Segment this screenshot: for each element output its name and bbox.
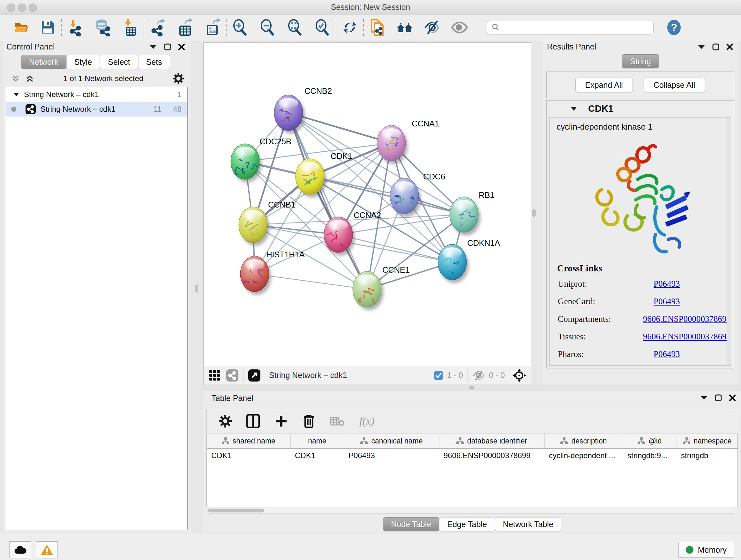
table-hscrollbar[interactable]: [207, 508, 737, 514]
gene-expander-icon[interactable]: [570, 106, 577, 111]
cloud-button[interactable]: [9, 541, 31, 558]
crosslink-link[interactable]: P06493: [654, 297, 680, 307]
expand-all-button[interactable]: Expand All: [576, 78, 633, 92]
collapse-all-icon[interactable]: [11, 75, 20, 82]
control-panel: Control Panel NetworkStyleSelectSets 1 o…: [3, 40, 191, 533]
column-header-canonical-name[interactable]: canonical name: [344, 434, 439, 448]
tab-sets[interactable]: Sets: [138, 55, 170, 69]
crosslink-link[interactable]: P06493: [654, 279, 680, 289]
zoom-in-icon[interactable]: [231, 18, 249, 37]
warnings-button[interactable]: [36, 541, 58, 558]
tab-select[interactable]: Select: [100, 55, 138, 69]
maximize-panel-icon[interactable]: [712, 44, 719, 51]
splitter-handle[interactable]: [469, 386, 475, 389]
export-table-icon[interactable]: [176, 18, 194, 37]
collection-expander-icon[interactable]: [13, 92, 19, 97]
column-header-name[interactable]: name: [290, 434, 344, 448]
gene-section: CDK1 cyclin-dependent kinase 1: [546, 100, 734, 368]
export-image-icon[interactable]: [204, 18, 221, 37]
column-header-shared-name[interactable]: shared name: [207, 434, 290, 448]
open-in-window-icon[interactable]: [248, 369, 261, 382]
collapse-all-button[interactable]: Collapse All: [644, 78, 705, 92]
column-header-description[interactable]: description: [544, 434, 623, 448]
delete-column-icon[interactable]: [302, 414, 315, 428]
delete-table-icon[interactable]: [330, 415, 345, 427]
memory-status-dot: [686, 546, 693, 554]
column-header-label: name: [308, 437, 327, 445]
network-overview-icon[interactable]: [396, 18, 414, 37]
collection-label: String Network – cdk1: [24, 90, 99, 99]
tab-edge-table[interactable]: Edge Table: [439, 517, 495, 531]
float-panel-icon[interactable]: [149, 44, 157, 50]
tab-network-table[interactable]: Network Table: [495, 517, 561, 531]
tab-style[interactable]: Style: [66, 55, 100, 69]
network-row[interactable]: String Network – cdk1 11 48: [6, 102, 187, 117]
tab-string[interactable]: String: [622, 54, 659, 68]
crosslink-link[interactable]: P06493: [654, 349, 680, 359]
memory-button[interactable]: Memory: [678, 542, 734, 558]
export-network-icon[interactable]: [149, 18, 166, 37]
crosslinks-title: CrossLinks: [557, 263, 602, 273]
hide-selected-icon[interactable]: [423, 18, 441, 37]
close-panel-icon[interactable]: [178, 44, 185, 51]
table-options-gear-icon[interactable]: [219, 415, 232, 428]
import-table-icon[interactable]: [121, 18, 139, 37]
column-header--id[interactable]: @id: [623, 434, 677, 448]
network-node-label: CDKN1A: [467, 238, 500, 248]
crosslink-link[interactable]: 9606.ENSP00000378699: [643, 332, 731, 341]
network-canvas[interactable]: CCNB2CCNA1CDC25BCDK1CDC6RB1CCNB1CCNA2CDK…: [203, 43, 531, 366]
column-type-icon: [456, 437, 464, 444]
import-network-database-icon[interactable]: [94, 18, 112, 37]
column-header-database-identifier[interactable]: database identifier: [439, 434, 544, 448]
save-session-icon[interactable]: [39, 18, 57, 37]
hidden-eye-icon[interactable]: [472, 370, 485, 381]
collection-count: 1: [178, 90, 182, 99]
refresh-layout-icon[interactable]: [341, 18, 359, 37]
main-toolbar: ?: [0, 15, 741, 40]
show-columns-icon[interactable]: [246, 414, 260, 428]
import-network-file-icon[interactable]: [66, 18, 84, 37]
maximize-panel-icon[interactable]: [715, 394, 722, 401]
search-input[interactable]: [500, 23, 650, 32]
crosslink-row: GeneCard:P06493: [558, 297, 731, 307]
network-node-label: CCNB2: [305, 86, 332, 96]
add-column-icon[interactable]: [274, 415, 288, 428]
toolbar-search: [487, 20, 654, 35]
right-splitter-handle[interactable]: [532, 209, 536, 217]
help-icon[interactable]: ?: [665, 18, 683, 37]
zoom-fit-icon[interactable]: [286, 18, 304, 37]
network-collection-row[interactable]: String Network – cdk1 1: [6, 87, 187, 102]
birds-eye-grid-icon[interactable]: [209, 369, 221, 381]
hidden-count: 0 - 0: [489, 371, 505, 380]
show-all-icon[interactable]: [451, 18, 468, 37]
fit-content-crosshair-icon[interactable]: [512, 368, 527, 383]
zoom-out-icon[interactable]: [259, 18, 276, 37]
maximize-panel-icon[interactable]: [164, 44, 171, 51]
expand-all-icon[interactable]: [25, 75, 34, 82]
table-cell: cyclin-dependent ...: [544, 448, 623, 462]
crosslink-link[interactable]: 9606.ENSP00000378699: [643, 314, 731, 324]
close-panel-icon[interactable]: [726, 44, 733, 51]
selected-checkbox-icon[interactable]: [434, 371, 443, 380]
duplicate-network-icon[interactable]: [368, 18, 386, 37]
crosslink-row: Uniprot:P06493: [558, 279, 731, 289]
string-network-graph[interactable]: CCNB2CCNA1CDC25BCDK1CDC6RB1CCNB1CCNA2CDK…: [204, 43, 531, 366]
column-header-namespace[interactable]: namespace: [677, 434, 738, 448]
network-options-gear-icon[interactable]: [173, 73, 184, 84]
function-builder-icon[interactable]: f(x): [359, 415, 374, 427]
close-panel-icon[interactable]: [729, 394, 736, 401]
tab-node-table[interactable]: Node Table: [383, 517, 439, 531]
table-row[interactable]: CDK1CDK1P064939606.ENSP00000378699cyclin…: [207, 448, 738, 462]
results-vscrollbar[interactable]: [727, 118, 731, 365]
float-panel-icon[interactable]: [700, 395, 708, 400]
horizontal-splitter[interactable]: [203, 384, 741, 391]
zoom-selected-icon[interactable]: [313, 18, 331, 37]
string-share-icon[interactable]: [226, 369, 239, 382]
left-splitter-handle[interactable]: [195, 285, 198, 293]
table-hscroll-thumb[interactable]: [208, 509, 264, 512]
float-panel-icon[interactable]: [697, 44, 705, 50]
crosslink-row: Compartments:9606.ENSP00000378699: [558, 314, 731, 324]
tab-network[interactable]: Network: [21, 55, 66, 69]
search-icon: [491, 23, 500, 32]
open-session-icon[interactable]: [13, 18, 30, 37]
